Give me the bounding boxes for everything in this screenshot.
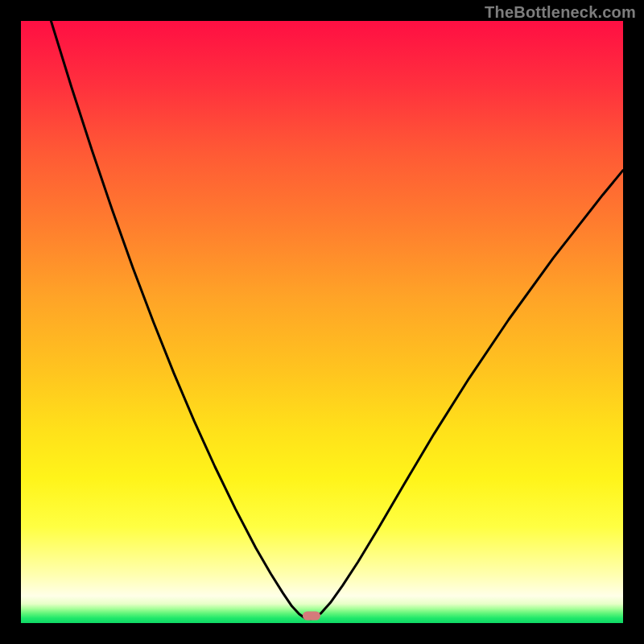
curve-path xyxy=(51,21,623,619)
bottleneck-curve xyxy=(21,21,623,623)
attribution-text: TheBottleneck.com xyxy=(485,3,636,22)
chart-frame: TheBottleneck.com xyxy=(0,0,644,644)
optimal-point-marker xyxy=(303,612,320,621)
chart-plot-area xyxy=(21,21,623,623)
